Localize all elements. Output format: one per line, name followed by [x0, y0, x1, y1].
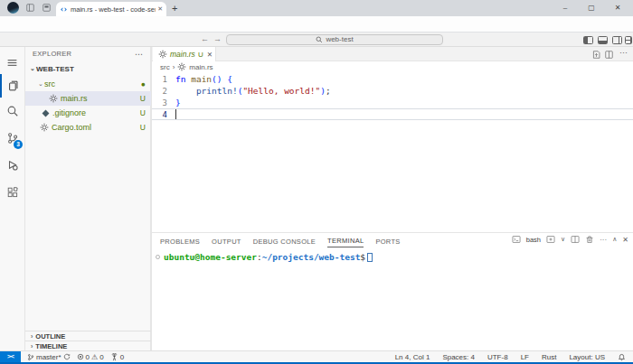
- branch-icon: [27, 353, 34, 361]
- extensions-icon[interactable]: [0, 181, 24, 204]
- new-tab-button[interactable]: +: [172, 2, 177, 14]
- file-label: main.rs: [61, 94, 88, 103]
- tab-problems[interactable]: PROBLEMS: [160, 235, 200, 247]
- eol-item[interactable]: LF: [521, 353, 529, 361]
- browser-tab-title: main.rs - web-test - code-server: [71, 5, 156, 14]
- outline-label: OUTLINE: [35, 332, 65, 341]
- shell-name-label[interactable]: bash: [526, 236, 541, 244]
- timeline-section[interactable]: › TIMELINE: [25, 341, 151, 350]
- code-line[interactable]: 1 fn main() {: [152, 73, 633, 85]
- language-mode-item[interactable]: Rust: [542, 353, 556, 361]
- browser-tab[interactable]: main.rs - web-test - code-server ✕: [56, 2, 166, 16]
- chevron-down-icon: ⌄: [29, 65, 36, 72]
- tab-debug-console[interactable]: DEBUG CONSOLE: [253, 235, 316, 247]
- command-decoration-icon: [156, 255, 160, 259]
- close-panel-icon[interactable]: ✕: [622, 236, 628, 244]
- window-close-button[interactable]: ✕: [606, 0, 629, 15]
- timeline-label: TIMELINE: [35, 342, 67, 350]
- terminal-user-host: ubuntu@home-server: [164, 252, 257, 262]
- config-file-icon: [40, 123, 49, 132]
- browser-tabstrip: main.rs - web-test - code-server ✕ + – ▢…: [0, 0, 633, 16]
- error-count: 0: [86, 353, 90, 361]
- kill-terminal-trash-icon[interactable]: [585, 235, 594, 244]
- terminal-prompt-symbol: $: [360, 252, 365, 262]
- code-line[interactable]: 2 println!("Hello, world!");: [152, 85, 633, 97]
- sync-icon: [63, 353, 71, 360]
- indentation-item[interactable]: Spaces: 4: [442, 353, 475, 361]
- editor-more-icon[interactable]: ···: [619, 48, 628, 57]
- terminal-icon: [512, 235, 521, 244]
- tab-ports[interactable]: PORTS: [375, 235, 400, 247]
- tree-item-main-rs[interactable]: main.rs U: [25, 91, 151, 106]
- toggle-sidebar-icon[interactable]: [583, 36, 593, 44]
- window-maximize-button[interactable]: ▢: [580, 0, 603, 15]
- tree-item-cargo-toml[interactable]: Cargo.toml U: [25, 120, 151, 135]
- outline-section[interactable]: › OUTLINE: [25, 331, 151, 341]
- tab-output[interactable]: OUTPUT: [212, 235, 241, 247]
- keyboard-layout-item[interactable]: Layout: US: [569, 353, 605, 361]
- split-terminal-icon[interactable]: [571, 235, 580, 244]
- history-back-icon[interactable]: ←: [201, 34, 209, 43]
- warning-count: 0: [99, 353, 103, 361]
- notifications-bell-icon[interactable]: [618, 353, 626, 361]
- tree-item-src[interactable]: ⌄ src ●: [25, 77, 151, 91]
- breadcrumb[interactable]: src › main.rs: [152, 61, 633, 72]
- remote-indicator[interactable]: ><: [0, 351, 21, 363]
- ports-count: 0: [120, 353, 124, 361]
- terminal-cursor: [367, 253, 373, 262]
- git-branch-item[interactable]: master*: [27, 353, 71, 361]
- explorer-more-icon[interactable]: ⋯: [135, 50, 143, 59]
- line-number: 3: [152, 98, 175, 107]
- open-changes-icon[interactable]: [591, 50, 601, 60]
- split-editor-icon[interactable]: [604, 50, 614, 60]
- editor-group: main.rs U ✕ ··· src › main.rs: [151, 47, 633, 350]
- bottom-panel: PROBLEMS OUTPUT DEBUG CONSOLE TERMINAL P…: [152, 232, 633, 350]
- browser-toolbar: ← ↻ ⚠ Not secure | 192.168.68.113 :10000…: [0, 16, 633, 33]
- code-editor[interactable]: 1 fn main() { 2 println!("Hello, world!"…: [152, 72, 633, 232]
- breadcrumb-file[interactable]: main.rs: [189, 63, 213, 71]
- cursor-position-item[interactable]: Ln 4, Col 1: [395, 353, 430, 361]
- tab-close-icon[interactable]: ✕: [207, 51, 213, 59]
- browser-profile-avatar[interactable]: [7, 2, 19, 14]
- search-view-icon[interactable]: [0, 99, 24, 123]
- panel-more-icon[interactable]: ···: [600, 236, 607, 244]
- tab-close-icon[interactable]: ✕: [157, 5, 163, 13]
- code-token: }: [175, 98, 181, 107]
- chevron-right-icon: ›: [31, 343, 33, 350]
- new-terminal-icon[interactable]: [546, 235, 555, 244]
- tab-terminal[interactable]: TERMINAL: [327, 234, 364, 247]
- source-control-icon[interactable]: 3: [0, 126, 24, 150]
- file-label: .gitignore: [52, 108, 86, 117]
- breadcrumb-folder[interactable]: src: [160, 63, 170, 71]
- explorer-icon[interactable]: [0, 74, 24, 98]
- terminal[interactable]: ubuntu@home-server : ~/projects/web-test…: [156, 252, 373, 262]
- encoding-item[interactable]: UTF-8: [487, 353, 508, 361]
- status-bar: >< master* 0 ⚠ 0 0 Ln 4, Col 1 Spaces: 4…: [0, 350, 633, 362]
- menu-icon[interactable]: [0, 51, 24, 74]
- editor-tabbar: main.rs U ✕ ···: [152, 47, 633, 61]
- code-line[interactable]: 3 }: [152, 97, 633, 108]
- run-debug-icon[interactable]: [0, 154, 24, 177]
- search-icon: [316, 36, 323, 43]
- customize-layout-icon[interactable]: [625, 36, 632, 44]
- code-line-current[interactable]: 4: [152, 108, 633, 120]
- problems-item[interactable]: 0 ⚠ 0: [77, 353, 104, 361]
- terminal-dropdown-icon[interactable]: ∨: [561, 236, 565, 243]
- toggle-secondary-sidebar-icon[interactable]: [612, 36, 622, 44]
- tree-root-web-test[interactable]: ⌄ WEB-TEST: [25, 61, 151, 76]
- code-token: main: [191, 74, 212, 84]
- code-server-favicon-icon: [60, 5, 68, 14]
- command-center-search[interactable]: web-test: [226, 34, 443, 45]
- toggle-panel-icon[interactable]: [598, 36, 608, 44]
- line-number: 1: [152, 75, 175, 84]
- git-modified-dot-badge: ●: [141, 79, 146, 89]
- tab-actions-icon[interactable]: [25, 3, 37, 14]
- ports-item[interactable]: 0: [110, 353, 124, 361]
- tree-item-gitignore[interactable]: .gitignore U: [25, 106, 151, 120]
- maximize-panel-icon[interactable]: ∧: [612, 236, 617, 243]
- history-forward-icon[interactable]: →: [213, 34, 222, 43]
- window-minimize-button[interactable]: –: [553, 0, 577, 15]
- editor-tab-main-rs[interactable]: main.rs U ✕: [153, 47, 216, 61]
- breadcrumb-separator: ›: [173, 63, 175, 71]
- vertical-tabs-icon[interactable]: [42, 3, 53, 14]
